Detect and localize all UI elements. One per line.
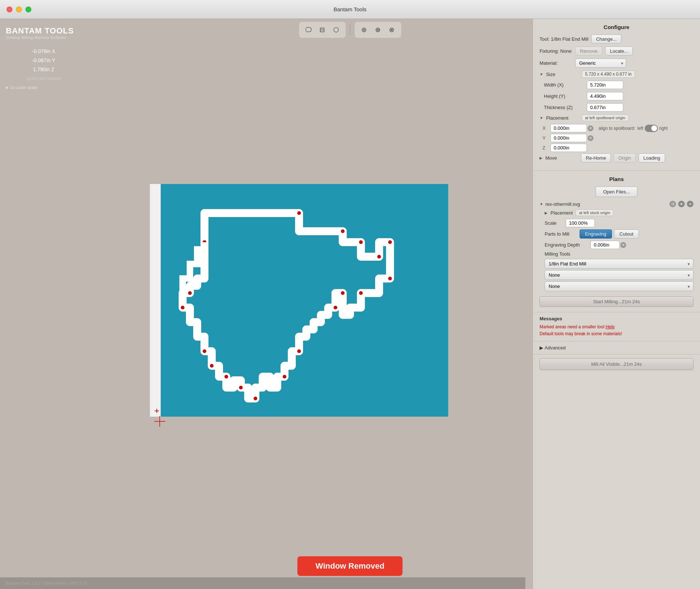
y-row: Y ✕ bbox=[542, 134, 693, 142]
placement-row: ▼ Placement at left spoilboard origin bbox=[540, 115, 693, 121]
size-subsection: Width (X) Height (Y) Thickness (Z) bbox=[544, 81, 693, 112]
milling-tools-section: Milling Tools 1/8in Flat End Mill None N… bbox=[545, 251, 693, 291]
file-placement-badge: at left stock origin bbox=[576, 209, 613, 216]
height-input[interactable] bbox=[587, 92, 623, 100]
z-input[interactable] bbox=[550, 144, 587, 152]
minimize-button[interactable] bbox=[16, 7, 22, 12]
configure-title: Configure bbox=[540, 24, 693, 30]
monitor-icon[interactable]: 🖵 bbox=[303, 24, 314, 36]
material-select-wrap[interactable]: Generic bbox=[575, 59, 626, 68]
engraving-button[interactable]: Engraving bbox=[580, 229, 612, 239]
file-eye-icon[interactable]: 👁 bbox=[678, 201, 685, 207]
engraving-depth-input[interactable] bbox=[590, 241, 620, 249]
origin-button[interactable]: Origin bbox=[614, 153, 636, 163]
file-placement-triangle[interactable]: ▶ bbox=[545, 211, 548, 215]
svg-point-6 bbox=[388, 277, 392, 280]
size-row: ▼ Size 5.720 x 4.490 x 0.677 in bbox=[540, 71, 693, 78]
material-row: Material: Generic bbox=[540, 59, 693, 68]
tool2-select[interactable]: None bbox=[545, 270, 693, 280]
close-button[interactable] bbox=[7, 7, 12, 12]
x-clear-button[interactable]: ✕ bbox=[588, 125, 593, 131]
help-link[interactable]: Help bbox=[605, 324, 615, 329]
scale-label: Scale bbox=[545, 220, 563, 226]
align-right-label: right bbox=[659, 126, 668, 131]
change-button[interactable]: Change... bbox=[591, 35, 621, 44]
file-row: ▼ rex-othermill.svg ↺ 👁 ✕ bbox=[540, 201, 693, 207]
file-close-icon[interactable]: ✕ bbox=[687, 201, 693, 207]
svg-point-9 bbox=[334, 306, 337, 309]
tool3-select-wrap: None bbox=[545, 281, 693, 291]
fixture-label: Fixturing: None bbox=[540, 48, 572, 54]
move-row: ▶ Move Re-Home Origin Loading bbox=[540, 153, 693, 163]
width-row: Width (X) bbox=[544, 81, 693, 89]
mill-canvas bbox=[150, 173, 448, 428]
align-toggle[interactable] bbox=[645, 125, 658, 132]
cube-icon[interactable]: ⬡ bbox=[330, 24, 342, 36]
thickness-input[interactable] bbox=[587, 103, 623, 112]
svg-point-15 bbox=[254, 397, 257, 400]
align-toggle-container: left right bbox=[637, 125, 668, 132]
share-icon[interactable]: ⊗ bbox=[386, 24, 398, 36]
open-files-button[interactable]: Open Files... bbox=[596, 187, 638, 197]
right-panel: Configure Tool: 1/8in Flat End Mill Chan… bbox=[533, 19, 700, 589]
cutout-button[interactable]: Cutout bbox=[614, 229, 639, 239]
xyz-subsection: X ✕ align to spoilboard: left right bbox=[542, 124, 693, 152]
x-input-group: ✕ bbox=[550, 124, 593, 132]
message1: Marked areas need a smaller tool Help bbox=[540, 324, 693, 330]
scale-row: Scale bbox=[545, 219, 693, 227]
size-triangle[interactable]: ▼ bbox=[540, 72, 543, 76]
brand-name: BANTAM TOOLS bbox=[6, 26, 81, 36]
tool-row: Tool: 1/8in Flat End Mill Change... bbox=[540, 35, 693, 44]
tool1-select-wrap: 1/8in Flat End Mill bbox=[545, 259, 693, 269]
x-input[interactable] bbox=[550, 124, 587, 132]
window-removed-banner: Window Removed bbox=[297, 556, 402, 576]
scale-input[interactable] bbox=[566, 219, 595, 227]
svg-point-8 bbox=[341, 291, 345, 295]
svg-point-4 bbox=[377, 255, 381, 259]
parts-label: Parts to Mill bbox=[545, 231, 577, 237]
remove-button[interactable]: Remove bbox=[575, 47, 602, 56]
configure-section: Configure Tool: 1/8in Flat End Mill Chan… bbox=[533, 19, 700, 171]
width-input[interactable] bbox=[587, 81, 623, 89]
tool3-select[interactable]: None bbox=[545, 281, 693, 291]
network-icon[interactable]: ⊛ bbox=[358, 24, 370, 36]
z-input-group bbox=[550, 144, 587, 152]
y-input[interactable] bbox=[550, 134, 587, 142]
material-select[interactable]: Generic bbox=[575, 59, 626, 68]
tool-label: Tool: 1/8in Flat End Mill bbox=[540, 36, 588, 42]
dino-svg bbox=[161, 184, 448, 417]
rehome-button[interactable]: Re-Home bbox=[581, 153, 611, 163]
move-triangle[interactable]: ▶ bbox=[540, 156, 542, 160]
advanced-toggle[interactable]: ▶ Advanced bbox=[540, 345, 693, 350]
svg-point-12 bbox=[188, 291, 192, 295]
height-label: Height (Y) bbox=[544, 93, 584, 99]
start-milling-button[interactable]: Start Milling...21m 24s bbox=[540, 296, 693, 307]
toolbar-group-right: ⊛ ⊕ ⊗ bbox=[355, 22, 401, 38]
messages-section: Messages Marked areas need a smaller too… bbox=[533, 312, 700, 341]
titlebar: Bantam Tools bbox=[0, 0, 700, 19]
x-row: X ✕ align to spoilboard: left right bbox=[542, 124, 693, 132]
file-refresh-icon[interactable]: ↺ bbox=[669, 201, 676, 207]
tool1-select[interactable]: 1/8in Flat End Mill bbox=[545, 259, 693, 269]
loading-button[interactable]: Loading bbox=[639, 153, 665, 163]
y-clear-button[interactable]: ✕ bbox=[588, 135, 593, 141]
file-placement-row: ▶ Placement at left stock origin bbox=[545, 209, 693, 216]
advanced-triangle: ▶ bbox=[540, 345, 543, 350]
grid-icon[interactable]: ⊟ bbox=[317, 24, 328, 36]
height-row: Height (Y) bbox=[544, 92, 693, 100]
z-axis-label: Z bbox=[542, 145, 548, 151]
file-triangle[interactable]: ▼ bbox=[540, 202, 543, 206]
statusbar: Bantam Tools 1.2.2 / Othermill Pro / FW:… bbox=[0, 577, 525, 589]
placement-triangle[interactable]: ▼ bbox=[540, 116, 543, 120]
svg-point-5 bbox=[388, 240, 392, 244]
maximize-button[interactable] bbox=[25, 7, 31, 12]
engraving-depth-group: ✕ bbox=[590, 241, 626, 249]
nodes-icon[interactable]: ⊕ bbox=[372, 24, 384, 36]
gcode-toggle[interactable]: G-code state bbox=[6, 85, 81, 90]
engraving-depth-clear[interactable]: ✕ bbox=[620, 242, 626, 248]
coord-z: 1.790in Z bbox=[6, 65, 81, 74]
svg-point-18 bbox=[210, 364, 214, 368]
y-axis-label: Y bbox=[542, 135, 548, 141]
locate-button[interactable]: Locate... bbox=[605, 47, 633, 56]
mill-all-button[interactable]: Mill All Visible...21m 24s bbox=[540, 358, 693, 370]
